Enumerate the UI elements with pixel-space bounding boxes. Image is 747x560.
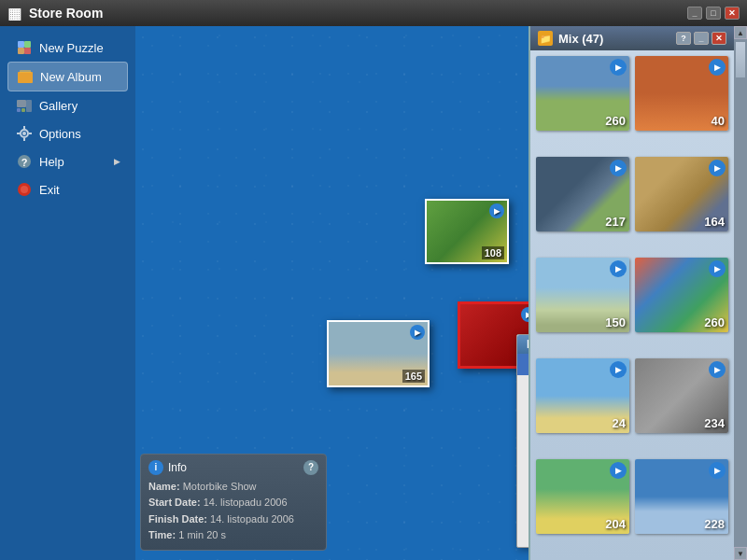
- grid-play-icon-rp2[interactable]: ▶: [709, 59, 726, 76]
- info-start-row: Start Date: 14. listopadu 2006: [148, 495, 318, 511]
- context-menu-item-print[interactable]: Print...: [517, 483, 529, 504]
- svg-rect-10: [26, 100, 32, 112]
- exit-label: Exit: [39, 183, 60, 197]
- right-scrollbar: ▲ ▼: [734, 26, 747, 560]
- grid-count-rp6: 260: [704, 315, 725, 329]
- info-start-value: 14. listopadu 2006: [204, 497, 288, 508]
- right-panel-minimize-button[interactable]: _: [694, 32, 709, 45]
- svg-rect-1: [24, 41, 31, 48]
- info-name-label: Name:: [148, 481, 180, 492]
- svg-rect-8: [17, 108, 21, 112]
- scroll-track[interactable]: [735, 39, 746, 547]
- play-icon-cat[interactable]: ▶: [489, 203, 504, 218]
- info-finish-row: Finish Date: 14. listopadu 2006: [148, 511, 318, 528]
- info-finish-label: Finish Date:: [148, 513, 207, 525]
- options-icon: [15, 124, 34, 143]
- svg-rect-0: [18, 41, 24, 48]
- titlebar: ▦ Store Room _ □ ✕: [0, 0, 747, 26]
- sidebar-item-gallery[interactable]: Gallery: [7, 91, 128, 119]
- new-puzzle-label: New Puzzle: [39, 41, 104, 55]
- right-panel-title: Mix (47): [558, 32, 603, 46]
- gallery-icon: [15, 96, 34, 115]
- main-area: New Puzzle New Album Gallery Options ? H…: [0, 26, 747, 560]
- info-icon: i: [148, 460, 163, 475]
- sidebar-item-new-puzzle[interactable]: New Puzzle: [7, 34, 128, 62]
- right-panel-help-button[interactable]: ?: [676, 32, 691, 45]
- right-panel-controls: ? _ ✕: [676, 32, 726, 45]
- svg-rect-7: [17, 100, 26, 107]
- scroll-thumb[interactable]: [735, 41, 746, 78]
- scroll-down-button[interactable]: ▼: [734, 547, 747, 560]
- album-grid-item-rp10[interactable]: ▶228: [635, 459, 728, 534]
- album-grid-item-rp3[interactable]: ▶217: [536, 157, 629, 231]
- album-grid-item-rp1[interactable]: ▶260: [536, 56, 629, 131]
- grid-count-rp3: 217: [605, 215, 626, 229]
- svg-rect-3: [24, 48, 31, 54]
- info-name-value: Motorbike Show: [183, 481, 257, 492]
- sidebar-item-exit[interactable]: Exit: [7, 175, 128, 203]
- grid-count-rp5: 150: [605, 315, 626, 329]
- context-menu-item-modify[interactable]: Modify: [517, 375, 529, 397]
- album-grid-item-rp8[interactable]: ▶234: [635, 358, 728, 433]
- grid-play-icon-rp9[interactable]: ▶: [610, 462, 627, 479]
- new-puzzle-icon: [15, 38, 34, 57]
- maximize-button[interactable]: □: [706, 7, 721, 20]
- context-menu-item-mail[interactable]: Mail...: [517, 504, 529, 525]
- svg-rect-2: [18, 48, 24, 54]
- info-title: Info: [168, 461, 187, 474]
- play-icon-bike[interactable]: ▶: [521, 307, 529, 322]
- app-title: Store Room: [29, 6, 687, 21]
- play-icon-parthenon[interactable]: ▶: [410, 325, 425, 340]
- album-grid-item-rp7[interactable]: ▶24: [536, 358, 629, 433]
- album-grid-item-rp2[interactable]: ▶40: [635, 56, 728, 131]
- app-icon: ▦: [7, 5, 21, 22]
- grid-play-icon-rp5[interactable]: ▶: [610, 260, 627, 277]
- album-grid-item-rp5[interactable]: ▶150: [536, 258, 629, 332]
- grid-play-icon-rp8[interactable]: ▶: [709, 361, 726, 378]
- canvas-thumb-parthenon[interactable]: ▶ 165: [327, 320, 430, 387]
- grid-play-icon-rp10[interactable]: ▶: [709, 462, 726, 479]
- canvas-thumb-cat[interactable]: ▶ 108: [425, 199, 509, 264]
- svg-rect-9: [21, 108, 25, 112]
- new-album-icon: [16, 67, 35, 86]
- context-menu-item-export[interactable]: Export...: [517, 525, 529, 547]
- context-menu-item-remove[interactable]: Remove...: [517, 418, 529, 440]
- right-panel-container: 📁 Mix (47) ? _ ✕ ▶260▶40▶217▶164▶150▶260…: [529, 26, 747, 560]
- count-badge-parthenon: 165: [402, 370, 425, 383]
- canvas-area[interactable]: ▶ 108 ▶ 165 ▶ Puzzle Play Modify: [135, 26, 529, 560]
- grid-play-icon-rp4[interactable]: ▶: [709, 160, 726, 176]
- count-badge-cat: 108: [482, 246, 504, 259]
- context-menu-item-play[interactable]: Play: [517, 354, 529, 375]
- info-help-button[interactable]: ?: [303, 460, 318, 475]
- context-menu: Puzzle Play Modify Rename... Remove... S…: [516, 334, 529, 548]
- album-icon: 📁: [538, 31, 553, 46]
- grid-play-icon-rp1[interactable]: ▶: [610, 59, 627, 76]
- context-menu-item-exhibit[interactable]: Exhibit ▶: [517, 461, 529, 483]
- context-menu-header: Puzzle: [517, 335, 529, 354]
- album-grid-item-rp4[interactable]: ▶164: [635, 157, 728, 231]
- window-controls: _ □ ✕: [687, 7, 740, 20]
- album-grid: ▶260▶40▶217▶164▶150▶260▶24▶234▶204▶228: [530, 50, 734, 560]
- right-panel-close-button[interactable]: ✕: [712, 32, 726, 45]
- scroll-up-button[interactable]: ▲: [734, 26, 747, 39]
- grid-count-rp9: 204: [605, 517, 626, 531]
- grid-play-icon-rp3[interactable]: ▶: [610, 160, 627, 176]
- grid-count-rp2: 40: [712, 114, 725, 128]
- grid-count-rp8: 234: [704, 416, 725, 430]
- close-button[interactable]: ✕: [725, 7, 740, 20]
- sidebar-item-help[interactable]: ? Help ▶: [7, 147, 128, 175]
- album-grid-item-rp6[interactable]: ▶260: [635, 258, 728, 332]
- sidebar-item-new-album[interactable]: New Album: [7, 62, 128, 91]
- grid-count-rp4: 164: [704, 215, 725, 229]
- sidebar-item-options[interactable]: Options: [7, 119, 128, 147]
- grid-play-icon-rp7[interactable]: ▶: [610, 361, 627, 378]
- new-album-label: New Album: [40, 70, 102, 84]
- right-panel-header: 📁 Mix (47) ? _ ✕: [530, 26, 734, 50]
- help-label: Help: [39, 155, 64, 169]
- album-grid-item-rp9[interactable]: ▶204: [536, 459, 629, 534]
- minimize-button[interactable]: _: [687, 7, 702, 20]
- grid-play-icon-rp6[interactable]: ▶: [709, 260, 726, 277]
- svg-rect-6: [19, 73, 32, 82]
- context-menu-item-rename[interactable]: Rename...: [517, 397, 529, 418]
- context-menu-item-scatter[interactable]: Scatter...: [517, 440, 529, 461]
